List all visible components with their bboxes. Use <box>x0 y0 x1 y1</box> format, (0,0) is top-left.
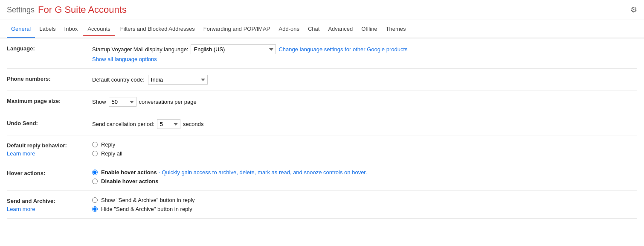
show-send-archive-radio[interactable] <box>92 197 98 203</box>
change-language-link[interactable]: Change language settings for other Googl… <box>278 46 407 53</box>
default-reply-control: Reply Reply all <box>92 141 637 157</box>
max-page-size-control: Show 10 15 20 25 50 100 conversations pe… <box>92 97 637 107</box>
undo-send-control: Send cancellation period: 5 10 20 30 sec… <box>92 119 637 129</box>
tab-chat[interactable]: Chat <box>304 20 324 38</box>
nav-tabs: General Labels Inbox Accounts Filters an… <box>0 20 644 38</box>
send-archive-learn-more[interactable]: Learn more <box>7 206 92 212</box>
suite-subtitle: For G Suite Accounts <box>38 4 127 15</box>
reply-all-radio[interactable] <box>92 151 98 156</box>
default-reply-learn-more[interactable]: Learn more <box>7 150 92 157</box>
show-send-archive-option[interactable]: Show "Send & Archive" button in reply <box>92 197 637 203</box>
phone-numbers-row: Phone numbers: Default country code: Ind… <box>7 69 637 91</box>
show-text: Show <box>92 99 106 105</box>
hide-send-archive-option[interactable]: Hide "Send & Archive" button in reply <box>92 206 637 212</box>
max-page-size-row: Maximum page size: Show 10 15 20 25 50 1… <box>7 91 637 113</box>
seconds-text: seconds <box>183 121 203 127</box>
phone-label: Phone numbers: <box>7 75 92 82</box>
max-page-size-label: Maximum page size: <box>7 97 92 104</box>
hide-send-archive-label: Hide "Send & Archive" button in reply <box>101 206 192 212</box>
tab-general[interactable]: General <box>7 20 35 38</box>
undo-send-label: Undo Send: <box>7 119 92 126</box>
header: Settings For G Suite Accounts ⚙ <box>0 0 644 20</box>
enable-hover-label: Enable hover actions - Quickly gain acce… <box>101 169 367 176</box>
undo-send-row: Undo Send: Send cancellation period: 5 1… <box>7 113 637 135</box>
language-select[interactable]: English (US) English (UK) Spanish French… <box>191 44 276 54</box>
language-control: Startup Voyager Mail display language: E… <box>92 44 637 62</box>
language-line: Startup Voyager Mail display language: E… <box>92 44 637 54</box>
settings-content: Language: Startup Voyager Mail display l… <box>0 38 644 219</box>
tab-labels[interactable]: Labels <box>35 20 60 38</box>
show-send-archive-label: Show "Send & Archive" button in reply <box>101 197 195 203</box>
show-all-language-link[interactable]: Show all language options <box>92 56 637 62</box>
reply-all-label: Reply all <box>101 150 122 157</box>
hide-send-archive-radio[interactable] <box>92 206 98 212</box>
pagesize-line: Show 10 15 20 25 50 100 conversations pe… <box>92 97 637 107</box>
language-row: Language: Startup Voyager Mail display l… <box>7 38 637 69</box>
hover-actions-label: Hover actions: <box>7 169 92 176</box>
hover-actions-row: Hover actions: Enable hover actions - Qu… <box>7 163 637 191</box>
tab-accounts[interactable]: Accounts <box>83 22 115 36</box>
disable-hover-option[interactable]: Disable hover actions <box>92 178 637 184</box>
country-select[interactable]: India United States United Kingdom Austr… <box>148 75 208 85</box>
default-reply-row: Default reply behavior: Learn more Reply… <box>7 135 637 163</box>
disable-hover-label: Disable hover actions <box>101 178 158 184</box>
reply-option[interactable]: Reply <box>92 141 637 148</box>
send-archive-control: Show "Send & Archive" button in reply Hi… <box>92 197 637 212</box>
tab-advanced[interactable]: Advanced <box>324 20 357 38</box>
page-size-select[interactable]: 10 15 20 25 50 100 <box>109 97 136 107</box>
default-reply-label: Default reply behavior: Learn more <box>7 141 92 157</box>
phone-line: Default country code: India United State… <box>92 75 637 85</box>
cancellation-select[interactable]: 5 10 20 30 <box>157 119 180 129</box>
reply-all-option[interactable]: Reply all <box>92 150 637 157</box>
send-archive-label: Send and Archive: Learn more <box>7 197 92 212</box>
disable-hover-radio[interactable] <box>92 179 98 184</box>
tab-inbox[interactable]: Inbox <box>60 20 82 38</box>
settings-title: Settings <box>7 6 35 15</box>
enable-hover-option[interactable]: Enable hover actions - Quickly gain acce… <box>92 169 637 176</box>
tab-themes[interactable]: Themes <box>382 20 410 38</box>
per-page-text: conversations per page <box>139 99 197 105</box>
undo-send-line: Send cancellation period: 5 10 20 30 sec… <box>92 119 637 129</box>
enable-hover-desc: - Quickly gain access to archive, delete… <box>158 169 367 176</box>
tab-addons[interactable]: Add-ons <box>275 20 304 38</box>
cancellation-label: Send cancellation period: <box>92 121 154 127</box>
phone-control: Default country code: India United State… <box>92 75 637 85</box>
enable-hover-radio[interactable] <box>92 170 98 175</box>
reply-label: Reply <box>101 141 115 148</box>
gear-icon[interactable]: ⚙ <box>630 5 637 15</box>
startup-label-text: Startup Voyager Mail display language: <box>92 46 188 53</box>
language-label: Language: <box>7 44 92 52</box>
send-archive-row: Send and Archive: Learn more Show "Send … <box>7 191 637 219</box>
reply-radio[interactable] <box>92 142 98 147</box>
tab-forwarding[interactable]: Forwarding and POP/IMAP <box>199 20 275 38</box>
tab-offline[interactable]: Offline <box>357 20 381 38</box>
default-country-label: Default country code: <box>92 76 145 83</box>
hover-actions-control: Enable hover actions - Quickly gain acce… <box>92 169 637 184</box>
tab-filters[interactable]: Filters and Blocked Addresses <box>116 20 199 38</box>
